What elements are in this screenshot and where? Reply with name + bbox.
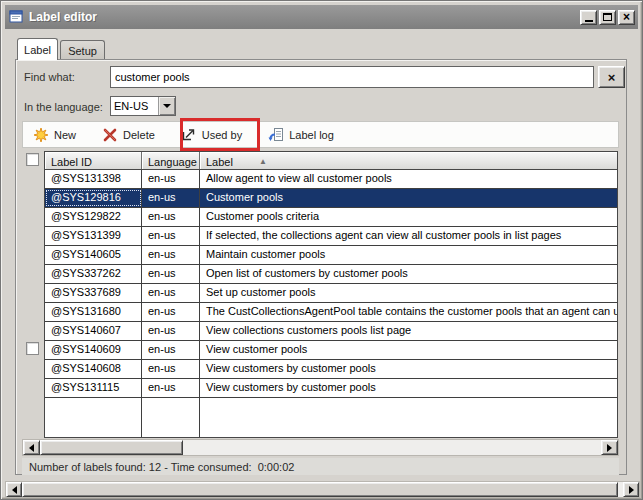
cell-label-text[interactable]: Set up customer pools [200, 284, 617, 302]
cell-label-text[interactable]: Customer pools criteria [200, 208, 617, 226]
new-button[interactable]: New [33, 127, 76, 143]
column-header-label-id[interactable]: Label ID [45, 152, 142, 169]
minimize-icon [585, 20, 593, 22]
maximize-icon [603, 13, 612, 21]
cell-language[interactable]: en-us [142, 170, 200, 188]
used-by-button[interactable]: Used by [181, 127, 242, 143]
delete-button[interactable]: Delete [102, 127, 155, 143]
cell-label-text[interactable]: The CustCollectionsAgentPool table conta… [200, 303, 617, 321]
cell-label-id[interactable]: @SYS337689 [45, 284, 142, 302]
table-row[interactable]: @SYS131399 en-us If selected, the collec… [45, 227, 617, 246]
clear-search-button[interactable]: × [598, 66, 625, 88]
minimize-button[interactable] [580, 10, 597, 25]
labels-grid: Label ID Language Label ▲ @SYS131398 en-… [44, 151, 618, 438]
table-row[interactable]: @SYS129822 en-us Customer pools criteria [45, 208, 617, 227]
table-row[interactable]: @SYS131115 en-us View customers by custo… [45, 379, 617, 398]
cell-label-text[interactable]: If selected, the collections agent can v… [200, 227, 617, 245]
delete-x-icon [102, 127, 118, 143]
cell-label-id[interactable]: @SYS131398 [45, 170, 142, 188]
grid-scroll-left-button[interactable] [23, 440, 40, 455]
label-log-button[interactable]: Label log [268, 127, 334, 143]
sort-ascending-icon: ▲ [259, 158, 267, 166]
label-editor-window: Label editor × Label Setup Find what: × … [0, 0, 643, 500]
toolbar: New Delete Used by [22, 121, 619, 148]
status-text: Number of labels found: 12 - Time consum… [29, 461, 294, 473]
tab-setup[interactable]: Setup [60, 40, 105, 60]
status-bar: Number of labels found: 12 - Time consum… [22, 458, 619, 475]
cell-label-id[interactable]: @SYS337262 [45, 265, 142, 283]
cell-language[interactable]: en-us [142, 379, 200, 397]
close-icon: × [623, 12, 630, 22]
table-row[interactable]: @SYS337689 en-us Set up customer pools [45, 284, 617, 303]
cell-language[interactable]: en-us [142, 265, 200, 283]
cell-language[interactable]: en-us [142, 284, 200, 302]
cell-language[interactable]: en-us [142, 360, 200, 378]
table-row[interactable]: @SYS140607 en-us View collections custom… [45, 322, 617, 341]
title-bar[interactable]: Label editor × [5, 5, 638, 29]
cell-label-id[interactable]: @SYS129822 [45, 208, 142, 226]
cell-label-id[interactable]: @SYS131399 [45, 227, 142, 245]
clear-x-icon: × [608, 70, 616, 85]
window-scrollbar-thumb[interactable] [22, 482, 618, 497]
cell-label-id[interactable]: @SYS140607 [45, 322, 142, 340]
table-row[interactable]: @SYS140605 en-us Maintain customer pools [45, 246, 617, 265]
cell-label-text[interactable]: View customers by customer pools [200, 360, 617, 378]
grid-body: @SYS131398 en-us Allow agent to view all… [45, 170, 617, 437]
cell-language[interactable]: en-us [142, 189, 200, 207]
cell-label-text[interactable]: View customers by customer pools [200, 379, 617, 397]
table-row[interactable]: @SYS140609 en-us View customer pools [45, 341, 617, 360]
table-row[interactable]: @SYS140608 en-us View customers by custo… [45, 360, 617, 379]
maximize-button[interactable] [599, 10, 616, 25]
cell-label-text[interactable]: View customer pools [200, 341, 617, 359]
window-scroll-left-button[interactable] [6, 482, 22, 497]
find-what-label: Find what: [24, 71, 75, 83]
new-star-icon [33, 127, 49, 143]
table-row[interactable]: @SYS129816 en-us Customer pools [45, 189, 617, 208]
cell-label-id[interactable]: @SYS140608 [45, 360, 142, 378]
cell-label-text[interactable]: View collections customers pools list pa… [200, 322, 617, 340]
language-dropdown-button[interactable] [158, 97, 175, 115]
cell-language[interactable]: en-us [142, 208, 200, 226]
cell-language[interactable]: en-us [142, 246, 200, 264]
arrow-right-icon [629, 486, 634, 494]
grid-header: Label ID Language Label ▲ [45, 152, 617, 170]
close-button[interactable]: × [618, 10, 635, 25]
cell-language[interactable]: en-us [142, 303, 200, 321]
cell-label-text[interactable]: Maintain customer pools [200, 246, 617, 264]
arrow-right-icon [607, 444, 612, 452]
window-horizontal-scrollbar[interactable] [5, 481, 640, 498]
select-all-checkbox[interactable] [26, 153, 39, 166]
find-what-input[interactable] [110, 66, 594, 88]
cell-label-id[interactable]: @SYS131115 [45, 379, 142, 397]
label-log-icon [268, 127, 284, 143]
window-title: Label editor [29, 10, 578, 24]
cell-language[interactable]: en-us [142, 322, 200, 340]
used-by-arrow-icon [181, 127, 197, 143]
grid-scroll-right-button[interactable] [601, 440, 618, 455]
cell-language[interactable]: en-us [142, 227, 200, 245]
cell-label-text[interactable]: Allow agent to view all customer pools [200, 170, 617, 188]
cell-language[interactable]: en-us [142, 341, 200, 359]
window-scroll-right-button[interactable] [623, 482, 639, 497]
language-value: EN-US [111, 97, 158, 115]
table-row[interactable]: @SYS337262 en-us Open list of customers … [45, 265, 617, 284]
column-header-label[interactable]: Label ▲ [200, 152, 617, 169]
cell-label-id[interactable]: @SYS129816 [45, 189, 142, 207]
window-form-icon [8, 9, 24, 25]
cell-label-text[interactable]: Customer pools [200, 189, 617, 207]
table-row[interactable]: @SYS131398 en-us Allow agent to view all… [45, 170, 617, 189]
language-combobox[interactable]: EN-US [110, 96, 176, 116]
language-label: In the language: [24, 101, 103, 113]
tab-label[interactable]: Label [17, 38, 58, 60]
cell-label-id[interactable]: @SYS140605 [45, 246, 142, 264]
cell-label-id[interactable]: @SYS140609 [45, 341, 142, 359]
cell-label-id[interactable]: @SYS131680 [45, 303, 142, 321]
grid-scrollbar-thumb[interactable] [40, 440, 183, 455]
grid-empty-area [45, 398, 617, 437]
table-row[interactable]: @SYS131680 en-us The CustCollectionsAgen… [45, 303, 617, 322]
row-marker-checkbox[interactable] [26, 342, 39, 355]
cell-label-text[interactable]: Open list of customers by customer pools [200, 265, 617, 283]
arrow-left-icon [29, 444, 34, 452]
column-header-language[interactable]: Language [142, 152, 200, 169]
grid-horizontal-scrollbar[interactable] [22, 439, 619, 456]
